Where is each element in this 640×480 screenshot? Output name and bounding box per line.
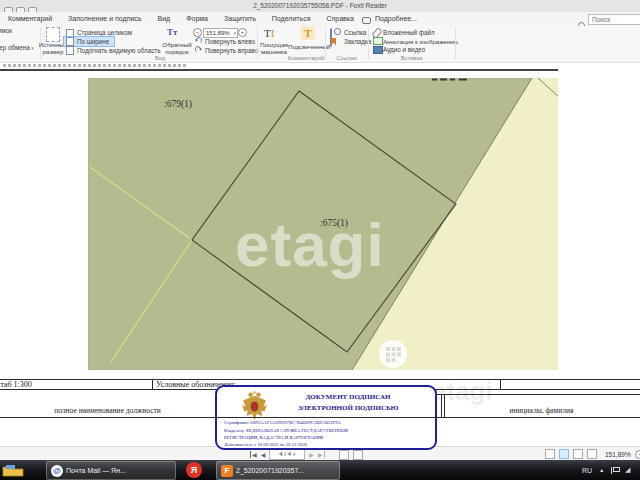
statusbar-zoom-out-icon[interactable]: −	[635, 450, 640, 459]
audio-video-button[interactable]: Аудио и видео	[383, 46, 425, 53]
tab-view[interactable]: Вид	[150, 12, 179, 26]
taskbar-button-mail[interactable]: @ Почта Mail — Ян...	[46, 461, 176, 480]
taskbar-mail-label: Почта Mail — Ян...	[66, 467, 126, 474]
logo-circle	[379, 340, 407, 368]
scale-label: Масштаб 1:300	[0, 380, 32, 389]
document-text-fragment	[3, 64, 188, 67]
parcel-label-675: :675(1)	[320, 218, 348, 229]
initials-caption: инициалы, фамилия	[443, 406, 640, 415]
tab-help[interactable]: Справка	[318, 12, 361, 26]
ribbon-tab-bar: Комментарий Заполнение и подпись Вид Фор…	[0, 12, 640, 26]
link-button[interactable]: Ссылка	[344, 29, 366, 36]
page-number-box[interactable]: 4 / 4 ▾	[269, 449, 305, 460]
cadastral-map: etagi :679(1) :675(1)	[88, 78, 558, 370]
facing-page-icon[interactable]	[573, 449, 583, 459]
typewriter-icon: TI	[264, 27, 274, 39]
continuous-facing-icon[interactable]	[587, 449, 597, 459]
first-page-icon[interactable]: ◀	[250, 451, 257, 458]
table-line	[500, 379, 501, 390]
next-page-icon[interactable]: ▶	[309, 451, 314, 458]
yandex-browser-icon[interactable]: Я	[186, 462, 202, 478]
taskbar: @ Почта Mail — Ян... Я F 2_5202007192035…	[0, 460, 640, 480]
group-label-view: Вид	[60, 55, 260, 61]
stamp-title-1: ДОКУМЕНТ ПОДПИСАН	[269, 393, 427, 401]
fit-visible-button[interactable]: Подогнать видимую область	[77, 47, 161, 54]
zoom-level-dropdown[interactable]: 151,89%▾	[203, 28, 238, 38]
audio-video-icon	[373, 46, 383, 54]
fit-page-button[interactable]: Страница целиком	[77, 29, 132, 36]
highlight-button[interactable]: Подсвеченный	[288, 44, 328, 51]
system-tray: RU ▲ ◢	[582, 460, 630, 480]
coat-of-arms-icon	[241, 390, 268, 424]
tab-fill-sign[interactable]: Заполнение и подпись	[60, 12, 149, 26]
speech-bubble-icon	[362, 17, 371, 24]
watermark-text: etagi	[235, 210, 385, 279]
group-separator	[455, 28, 456, 59]
folder-icon[interactable]	[2, 464, 24, 477]
last-page-icon[interactable]: ▶	[318, 451, 325, 458]
tray-expand-icon[interactable]: ▲	[599, 467, 604, 473]
next-view-icon[interactable]	[353, 450, 363, 460]
foxit-icon: F	[221, 465, 233, 477]
group-label-links: Ссылки	[325, 55, 368, 61]
fit-width-button[interactable]: По ширине	[77, 38, 109, 45]
tab-form[interactable]: Форма	[178, 12, 216, 26]
zoom-out-icon[interactable]: −	[193, 28, 202, 37]
tab-more[interactable]: Подробнее...	[373, 12, 425, 26]
actual-size-icon	[46, 27, 60, 42]
ribbon: Снимок Буфер обмена ▾ Истинный размер Ст…	[0, 26, 640, 63]
stamp-certificate: Сертификат: 0093AAF3A399397BC7B4D99C3DFA…	[224, 420, 341, 425]
previous-view-icon[interactable]	[339, 450, 349, 460]
zoom-in-icon[interactable]: +	[238, 28, 247, 37]
fit-visible-icon	[66, 46, 74, 55]
view-mode-switcher: 151,89% − +	[545, 449, 640, 459]
search-input[interactable]	[588, 14, 640, 25]
mail-icon: @	[51, 465, 63, 477]
attached-file-button[interactable]: Вложенный файл	[383, 29, 435, 36]
taskbar-foxit-label: 2_52020071920357...	[236, 467, 304, 474]
stamp-validity: Действителен: с 16.09.2025 по 10.12.2026	[224, 442, 307, 447]
stamp-title-2: ЭЛЕКТРОННОЙ ПОДПИСЬЮ	[269, 404, 427, 412]
rotate-left-icon	[195, 37, 202, 44]
tab-comment[interactable]: Комментарий	[0, 12, 60, 26]
language-indicator[interactable]: RU	[582, 467, 592, 474]
group-label-insert: Вставка	[368, 55, 455, 61]
tab-protect[interactable]: Защитить	[216, 12, 264, 26]
network-icon[interactable]: ◢	[625, 466, 630, 474]
rotate-left-button[interactable]: Повернуть влево	[205, 38, 255, 45]
table-line	[152, 379, 153, 390]
tab-share[interactable]: Поделиться	[264, 12, 319, 26]
rotate-right-icon	[195, 46, 202, 53]
document-rule	[0, 69, 558, 71]
screen: { "window": { "title": "2_52020071920357…	[0, 0, 640, 480]
previous-page-icon[interactable]: ◀	[261, 451, 266, 458]
stamp-owner-1: Владелец: ФЕДЕРАЛЬНАЯ СЛУЖБА ГОСУДАРСТВЕ…	[224, 428, 348, 433]
rotate-right-button[interactable]: Повернуть вправо	[205, 47, 258, 54]
page-navigation: ◀ ◀ 4 / 4 ▾ ▶ ▶	[250, 449, 363, 460]
single-page-icon[interactable]	[545, 449, 555, 459]
highlight-icon: T	[301, 26, 315, 40]
continuous-page-icon[interactable]	[559, 449, 569, 459]
table-line	[435, 394, 640, 395]
parcel-label-679: :679(1)	[164, 99, 192, 110]
image-annotation-icon	[373, 37, 383, 45]
position-caption: полное наименование должности	[0, 406, 215, 415]
taskbar-button-foxit[interactable]: F 2_52020071920357...	[216, 461, 340, 480]
snapshot-button[interactable]: Снимок	[0, 27, 12, 34]
table-line	[0, 379, 640, 380]
reverse-order-icon: Тт	[167, 27, 177, 37]
window-title: 2_5202007192035755058.PDF - Foxit Reader	[0, 2, 640, 9]
action-center-flag-icon[interactable]	[611, 467, 618, 474]
fit-width-icon	[66, 37, 74, 46]
bookmark-icon	[331, 38, 336, 46]
clipboard-button[interactable]: Буфер обмена ▾	[0, 36, 34, 54]
table-line	[0, 417, 640, 418]
table-line	[441, 394, 442, 418]
zoom-percentage: 151,89%	[605, 451, 631, 458]
reverse-order-button[interactable]: Обратный порядок	[156, 42, 198, 55]
stamp-owner-2: РЕГИСТРАЦИИ, КАДАСТРА И КАРТОГРАФИИ	[224, 435, 323, 440]
image-annotation-button[interactable]: Аннотация к изображению	[383, 38, 458, 45]
